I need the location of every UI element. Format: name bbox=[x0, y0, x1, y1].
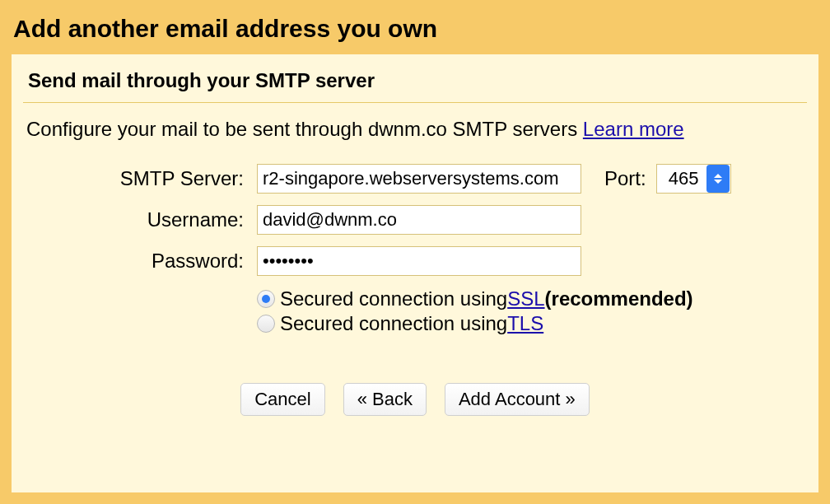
learn-more-link[interactable]: Learn more bbox=[583, 118, 684, 140]
port-label: Port: bbox=[604, 167, 646, 190]
cancel-button[interactable]: Cancel bbox=[240, 383, 324, 416]
password-label: Password: bbox=[26, 250, 257, 273]
dialog-container: Add another email address you own Send m… bbox=[0, 0, 830, 504]
password-row: Password: bbox=[12, 243, 818, 284]
dialog-inner: Send mail through your SMTP server Confi… bbox=[12, 54, 818, 492]
ssl-link[interactable]: SSL bbox=[507, 287, 544, 310]
add-account-button[interactable]: Add Account » bbox=[445, 383, 590, 416]
tls-option[interactable]: Secured connection using TLS bbox=[257, 312, 804, 335]
username-input[interactable] bbox=[257, 205, 581, 235]
instruction-prefix: Configure your mail to be sent through d… bbox=[26, 118, 583, 140]
tls-prefix: Secured connection using bbox=[280, 312, 507, 335]
radio-icon bbox=[257, 290, 275, 308]
button-row: Cancel « Back Add Account » bbox=[12, 337, 818, 416]
security-group: Secured connection using SSL (recommende… bbox=[12, 284, 818, 335]
tls-link[interactable]: TLS bbox=[507, 312, 543, 335]
instruction-text: Configure your mail to be sent through d… bbox=[12, 118, 818, 161]
divider bbox=[23, 102, 807, 103]
smtp-server-input[interactable] bbox=[257, 164, 581, 194]
ssl-suffix: (recommended) bbox=[545, 287, 693, 310]
radio-icon bbox=[257, 315, 275, 333]
password-input[interactable] bbox=[257, 246, 581, 276]
port-value: 465 bbox=[657, 168, 707, 189]
port-select[interactable]: 465 bbox=[656, 164, 732, 194]
dialog-title: Add another email address you own bbox=[0, 2, 830, 54]
smtp-label: SMTP Server: bbox=[26, 167, 257, 190]
stepper-icon[interactable] bbox=[706, 165, 730, 193]
back-button[interactable]: « Back bbox=[343, 383, 427, 416]
username-label: Username: bbox=[26, 208, 257, 231]
ssl-prefix: Secured connection using bbox=[280, 287, 507, 310]
ssl-option[interactable]: Secured connection using SSL (recommende… bbox=[257, 287, 804, 310]
dialog-subtitle: Send mail through your SMTP server bbox=[12, 54, 818, 102]
smtp-row: SMTP Server: Port: 465 bbox=[12, 161, 818, 202]
username-row: Username: bbox=[12, 202, 818, 243]
